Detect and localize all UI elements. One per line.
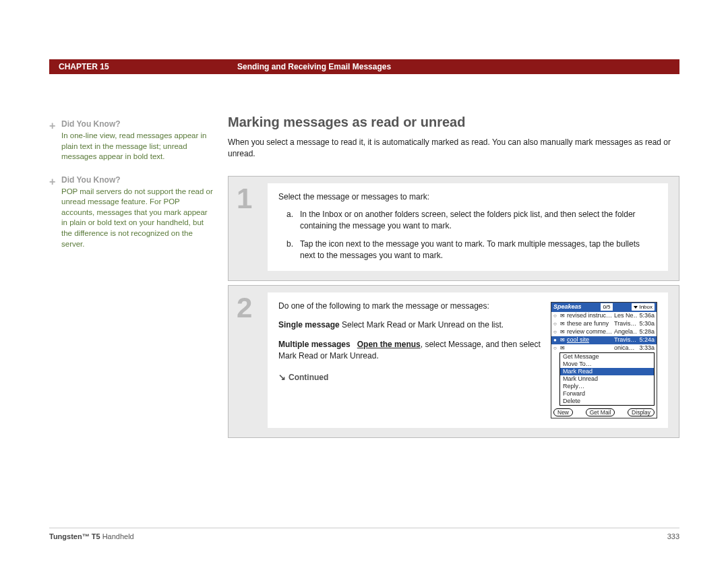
bullet-icon: ○ <box>553 312 560 319</box>
sidebar: + Did You Know? In one-line view, read m… <box>49 115 228 442</box>
device-context-menu: Get MessageMove To…Mark ReadMark UnreadR… <box>559 352 655 406</box>
did-you-know-1: + Did You Know? In one-line view, read m… <box>61 119 214 162</box>
device-folder-picklist[interactable]: Inbox <box>632 303 655 311</box>
device-message-list: ○✉revised instruc…Les Ne…5:36a○✉these ar… <box>551 312 657 352</box>
sidebar-heading: Did You Know? <box>61 119 214 129</box>
device-row-subject: these are funny <box>567 319 614 328</box>
bullet-icon: ● <box>553 336 560 344</box>
device-row-subject: cool site <box>567 336 614 344</box>
product-rest: Handheld <box>100 532 134 540</box>
device-menu-item[interactable]: Mark Unread <box>560 375 654 383</box>
device-message-row[interactable]: ○✉onica…3:33a <box>551 344 657 352</box>
device-row-from: Angela… <box>614 327 637 336</box>
device-menu-item[interactable]: Get Message <box>560 353 654 361</box>
step-1b: b. Tap the icon next to the message you … <box>278 239 657 261</box>
multiple-messages-para: Multiple messages Open the menus, select… <box>278 339 541 362</box>
device-menu-item[interactable]: Mark Read <box>560 368 654 375</box>
main-content: Marking messages as read or unread When … <box>228 115 679 442</box>
device-message-row[interactable]: ○✉review comme…Angela…5:28a <box>551 328 657 336</box>
device-menu-item[interactable]: Forward <box>560 390 654 398</box>
device-row-time: 5:28a <box>637 327 655 336</box>
single-message-label: Single message <box>278 320 340 330</box>
envelope-icon: ✉ <box>560 344 567 352</box>
page-footer: Tungsten™ T5 Handheld 333 <box>49 528 679 540</box>
sidebar-body: In one-line view, read messages appear i… <box>61 131 214 162</box>
step-1a-text: In the Inbox or on another folders scree… <box>300 209 657 232</box>
chapter-label: CHAPTER 15 <box>59 62 237 71</box>
envelope-icon: ✉ <box>560 320 567 327</box>
plus-icon: + <box>49 119 55 133</box>
envelope-icon: ✉ <box>560 336 567 344</box>
device-count: 0/5 <box>601 303 612 311</box>
sidebar-body: POP mail servers do not support the read… <box>61 187 214 249</box>
sub-letter-b: b. <box>286 239 300 261</box>
device-row-subject: review comme… <box>567 327 614 336</box>
continued-indicator: ↘Continued <box>278 371 541 383</box>
device-display-button[interactable]: Display <box>628 408 655 416</box>
device-screenshot: Speakeas 0/5 Inbox ○✉revised instruc…Les… <box>551 302 657 418</box>
device-titlebar: Speakeas 0/5 Inbox <box>551 303 657 312</box>
content-row: + Did You Know? In one-line view, read m… <box>49 115 679 442</box>
step-1-lead: Select the message or messages to mark: <box>278 191 657 203</box>
continued-arrow-icon: ↘ <box>278 371 286 383</box>
device-row-time: 5:30a <box>637 319 655 328</box>
device-menu-item[interactable]: Delete <box>560 398 654 405</box>
page: CHAPTER 15 Sending and Receiving Email M… <box>49 59 679 442</box>
step-2-content: Do one of the following to mark the mess… <box>268 292 668 428</box>
device-row-from: Travis… <box>614 336 637 344</box>
step-1a: a. In the Inbox or on another folders sc… <box>278 209 657 232</box>
product-name: Tungsten™ T5 Handheld <box>49 532 134 540</box>
device-menu-item[interactable]: Move To… <box>560 361 654 368</box>
device-menu-item[interactable]: Reply… <box>560 383 654 390</box>
plus-icon: + <box>49 175 55 189</box>
section-intro: When you select a message to read it, it… <box>228 137 679 160</box>
single-message-rest: Select Mark Read or Mark Unread on the l… <box>340 320 504 330</box>
chevron-down-icon <box>634 306 638 309</box>
device-message-row[interactable]: ○✉revised instruc…Les Ne…5:36a <box>551 312 657 320</box>
step-1: 1 Select the message or messages to mark… <box>228 176 679 281</box>
envelope-icon: ✉ <box>560 328 567 336</box>
page-number: 333 <box>667 532 679 540</box>
step-2: 2 Do one of the following to mark the me… <box>228 285 679 438</box>
bullet-icon: ○ <box>553 328 560 336</box>
chapter-header-bar: CHAPTER 15 Sending and Receiving Email M… <box>49 59 679 74</box>
bullet-icon: ○ <box>553 320 560 327</box>
step-2-text: Do one of the following to mark the mess… <box>278 301 551 418</box>
sub-letter-a: a. <box>286 209 300 232</box>
device-row-subject: revised instruc… <box>567 311 614 320</box>
device-app-name: Speakeas <box>553 303 582 311</box>
step-number: 1 <box>237 183 268 271</box>
step-1-content: Select the message or messages to mark: … <box>268 183 668 271</box>
step-2-lead: Do one of the following to mark the mess… <box>278 301 541 312</box>
device-new-button[interactable]: New <box>553 408 573 416</box>
device-row-from: Travis… <box>614 319 637 328</box>
open-menus-link[interactable]: Open the menus <box>357 340 421 349</box>
bullet-icon: ○ <box>553 344 560 352</box>
envelope-icon: ✉ <box>560 312 567 319</box>
device-row-time: 5:24a <box>637 336 655 344</box>
continued-label: Continued <box>289 373 328 382</box>
did-you-know-2: + Did You Know? POP mail servers do not … <box>61 175 214 249</box>
step-1b-text: Tap the icon next to the message you wan… <box>300 239 657 261</box>
device-row-from: Les Ne… <box>614 311 637 320</box>
section-title: Marking messages as read or unread <box>228 115 679 130</box>
chapter-title: Sending and Receiving Email Messages <box>237 62 391 71</box>
sidebar-heading: Did You Know? <box>61 175 214 185</box>
device-row-time: 3:33a <box>637 344 655 352</box>
device-message-row[interactable]: ○✉these are funnyTravis…5:30a <box>551 320 657 328</box>
device-getmail-button[interactable]: Get Mail <box>586 408 615 416</box>
device-message-row[interactable]: ●✉cool siteTravis…5:24a <box>551 336 657 344</box>
product-bold: Tungsten™ T5 <box>49 532 100 540</box>
single-message-para: Single message Select Mark Read or Mark … <box>278 319 541 331</box>
device-bottom-bar: New Get Mail Display <box>551 407 657 418</box>
step-number: 2 <box>237 292 268 428</box>
device-row-from: onica… <box>614 344 637 352</box>
device-row-time: 5:36a <box>637 311 655 320</box>
multiple-messages-label: Multiple messages <box>278 340 351 349</box>
